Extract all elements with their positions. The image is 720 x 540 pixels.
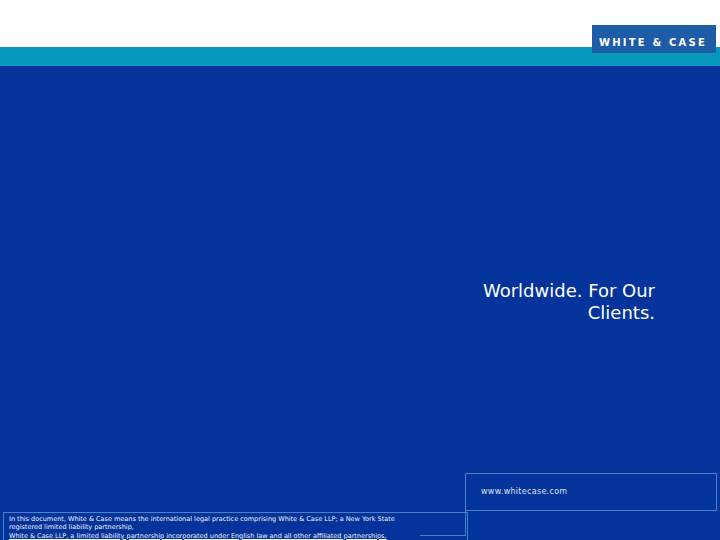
company-logo-text: WHITE & CASE — [599, 38, 707, 48]
disclaimer-line-2: registered limited liability partnership… — [9, 523, 467, 531]
headline-line-1: Worldwide. For Our — [375, 280, 655, 302]
disclaimer-line-3: White & Case LLP, a limited liability pa… — [9, 532, 467, 540]
slide-headline: Worldwide. For Our Clients. — [375, 280, 655, 324]
company-logo: WHITE & CASE — [592, 25, 716, 53]
presentation-slide: WHITE & CASE Worldwide. For Our Clients.… — [0, 0, 720, 540]
headline-line-2: Clients. — [375, 302, 655, 324]
disclaimer-frame: In this document, White & Case means the… — [3, 512, 468, 540]
website-url: www.whitecase.com — [481, 488, 567, 496]
website-frame: www.whitecase.com — [465, 473, 717, 511]
disclaimer-line-1: In this document, White & Case means the… — [9, 515, 467, 523]
